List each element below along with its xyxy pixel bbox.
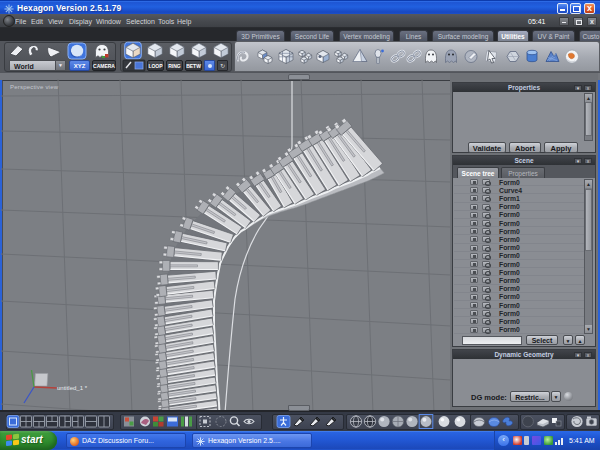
- svg-text:untitled_1 *: untitled_1 *: [57, 385, 88, 391]
